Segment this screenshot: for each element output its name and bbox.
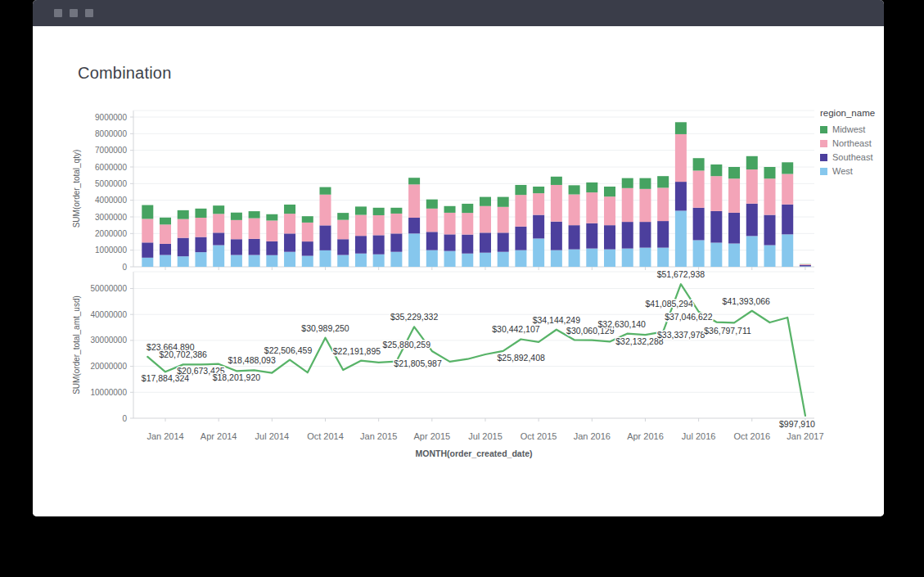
bar-segment-west[interactable] (693, 240, 705, 267)
bar-segment-west[interactable] (586, 249, 597, 267)
bar-segment-midwest[interactable] (373, 208, 385, 215)
bar-segment-southeast[interactable] (231, 239, 242, 255)
bar-segment-west[interactable] (604, 250, 615, 267)
bar-segment-southeast[interactable] (213, 232, 224, 245)
bar-segment-west[interactable] (533, 238, 544, 267)
bar-segment-west[interactable] (764, 246, 776, 267)
bar-segment-northeast[interactable] (390, 214, 402, 233)
bar-segment-northeast[interactable] (515, 195, 526, 227)
bar-segment-northeast[interactable] (728, 178, 740, 213)
bar-segment-midwest[interactable] (231, 213, 242, 220)
window-control-icon[interactable] (85, 9, 93, 17)
bar-segment-northeast[interactable] (160, 224, 171, 244)
bar-segment-midwest[interactable] (390, 208, 402, 214)
bar-segment-northeast[interactable] (639, 189, 651, 222)
bar-segment-midwest[interactable] (622, 178, 633, 188)
bar-segment-west[interactable] (231, 255, 242, 267)
bar-segment-midwest[interactable] (604, 187, 615, 196)
bar-segment-southeast[interactable] (390, 233, 402, 251)
bar-segment-midwest[interactable] (142, 205, 153, 219)
revenue-line[interactable] (147, 284, 805, 416)
bar-segment-west[interactable] (710, 243, 722, 267)
bar-segment-west[interactable] (498, 252, 509, 267)
bar-segment-west[interactable] (639, 248, 651, 267)
bar-segment-midwest[interactable] (249, 211, 260, 219)
bar-segment-midwest[interactable] (675, 122, 687, 134)
bar-segment-west[interactable] (746, 236, 758, 267)
bar-segment-west[interactable] (444, 251, 456, 267)
bar-segment-southeast[interactable] (480, 232, 491, 252)
bar-segment-midwest[interactable] (284, 205, 295, 214)
bar-segment-west[interactable] (657, 248, 669, 267)
bar-segment-midwest[interactable] (213, 205, 224, 214)
bar-segment-southeast[interactable] (302, 241, 313, 255)
bar-segment-west[interactable] (178, 256, 189, 267)
bar-segment-northeast[interactable] (764, 178, 776, 214)
bar-segment-northeast[interactable] (426, 209, 438, 232)
bar-segment-southeast[interactable] (178, 238, 189, 257)
bar-segment-southeast[interactable] (710, 211, 722, 243)
bar-segment-northeast[interactable] (498, 207, 509, 233)
legend-entry[interactable]: Northeast (820, 138, 884, 148)
bar-segment-midwest[interactable] (408, 178, 420, 184)
bar-segment-southeast[interactable] (355, 236, 367, 254)
bar-segment-midwest[interactable] (533, 187, 544, 193)
bar-segment-midwest[interactable] (195, 209, 206, 218)
bar-segment-midwest[interactable] (746, 156, 758, 169)
bar-segment-west[interactable] (462, 254, 473, 267)
bar-segment-midwest[interactable] (586, 183, 597, 192)
bar-segment-west[interactable] (302, 256, 313, 267)
bar-segment-midwest[interactable] (569, 185, 580, 194)
bar-segment-southeast[interactable] (408, 218, 420, 233)
bar-segment-southeast[interactable] (249, 239, 260, 255)
bar-segment-midwest[interactable] (160, 218, 171, 225)
bar-segment-west[interactable] (569, 250, 580, 267)
bar-segment-southeast[interactable] (604, 225, 615, 249)
bar-segment-northeast[interactable] (355, 215, 367, 237)
bar-segment-southeast[interactable] (746, 204, 758, 237)
bar-segment-midwest[interactable] (782, 162, 793, 174)
bar-segment-southeast[interactable] (515, 227, 526, 250)
bar-segment-southeast[interactable] (569, 225, 580, 249)
bar-segment-southeast[interactable] (639, 222, 651, 248)
bar-segment-southeast[interactable] (195, 237, 206, 253)
bar-segment-midwest[interactable] (302, 216, 313, 223)
bar-segment-west[interactable] (480, 253, 491, 267)
bar-segment-northeast[interactable] (373, 215, 385, 235)
bar-segment-southeast[interactable] (337, 239, 349, 255)
bar-segment-west[interactable] (284, 252, 295, 267)
bar-segment-northeast[interactable] (266, 220, 277, 241)
bar-segment-northeast[interactable] (604, 196, 615, 225)
bar-segment-west[interactable] (782, 234, 793, 267)
window-control-icon[interactable] (54, 9, 62, 17)
bar-segment-west[interactable] (515, 250, 526, 267)
bar-segment-west[interactable] (142, 258, 153, 267)
bar-segment-west[interactable] (195, 252, 206, 267)
bar-segment-west[interactable] (249, 255, 260, 267)
bar-segment-northeast[interactable] (249, 219, 260, 239)
bar-segment-southeast[interactable] (693, 208, 705, 241)
bar-segment-northeast[interactable] (462, 213, 473, 234)
bar-segment-northeast[interactable] (195, 218, 206, 237)
bar-segment-northeast[interactable] (782, 174, 793, 205)
bar-segment-northeast[interactable] (178, 219, 189, 238)
bar-segment-southeast[interactable] (586, 223, 597, 249)
bar-segment-midwest[interactable] (462, 204, 473, 213)
bar-segment-west[interactable] (622, 249, 633, 267)
bar-segment-midwest[interactable] (515, 185, 526, 195)
bar-segment-southeast[interactable] (800, 265, 811, 266)
bar-segment-southeast[interactable] (462, 235, 473, 254)
bar-segment-west[interactable] (390, 252, 402, 267)
bar-segment-northeast[interactable] (337, 220, 349, 240)
bar-segment-midwest[interactable] (266, 214, 277, 221)
bar-segment-midwest[interactable] (551, 177, 562, 185)
window-control-icon[interactable] (70, 9, 78, 17)
bar-segment-southeast[interactable] (373, 235, 385, 254)
bar-segment-midwest[interactable] (444, 206, 456, 213)
bar-segment-midwest[interactable] (710, 165, 722, 176)
bar-segment-southeast[interactable] (675, 182, 687, 210)
bar-segment-northeast[interactable] (302, 223, 313, 241)
bar-segment-southeast[interactable] (266, 241, 277, 255)
bar-segment-northeast[interactable] (800, 264, 811, 265)
bar-segment-southeast[interactable] (782, 205, 793, 235)
